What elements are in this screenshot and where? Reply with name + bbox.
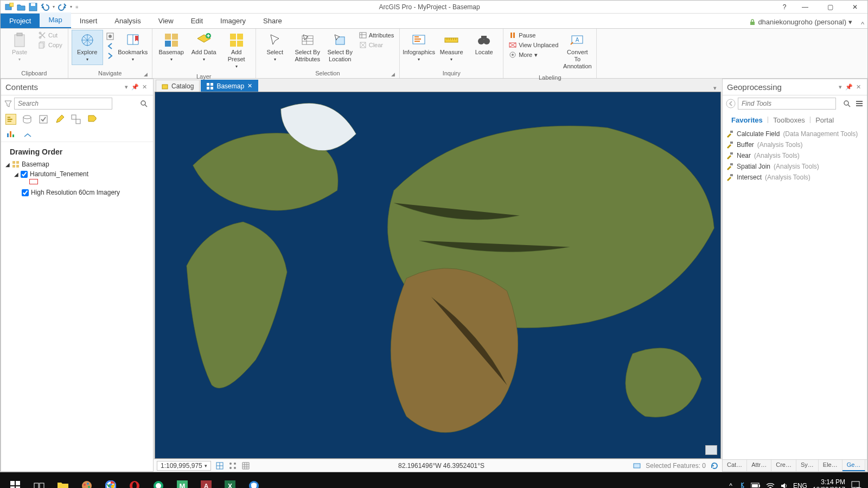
qat-customize-icon[interactable]: ≡ bbox=[75, 4, 78, 10]
tool-row[interactable]: Buffer (Analysis Tools) bbox=[725, 139, 865, 150]
attribution-icon[interactable] bbox=[705, 445, 717, 455]
view-menu-icon[interactable]: ▾ bbox=[713, 85, 720, 92]
tool-row[interactable]: Intersect (Analysis Tools) bbox=[725, 172, 865, 183]
close-button[interactable]: ✕ bbox=[843, 1, 867, 14]
panel-tab[interactable]: Cat… bbox=[723, 460, 747, 471]
back-icon[interactable] bbox=[726, 99, 736, 108]
bookmarks-button[interactable]: Bookmarks▾ bbox=[117, 30, 149, 65]
start-button[interactable] bbox=[3, 475, 27, 488]
locate-button[interactable]: Locate bbox=[468, 30, 500, 59]
list-by-selection-icon[interactable] bbox=[38, 114, 49, 125]
layer-row[interactable]: High Resolution 60cm Imagery bbox=[4, 188, 150, 197]
add-preset-button[interactable]: Add Preset▾ bbox=[221, 30, 252, 72]
grid-icon[interactable] bbox=[241, 461, 250, 470]
scale-selector[interactable]: 1:109,995,975 ▾ bbox=[157, 461, 211, 471]
map-canvas[interactable] bbox=[155, 92, 721, 459]
autohide-icon[interactable]: ▾ bbox=[123, 84, 130, 91]
clear-button[interactable]: Clear bbox=[357, 41, 396, 49]
infographics-button[interactable]: Infographics▾ bbox=[403, 30, 435, 65]
full-extent-button[interactable] bbox=[104, 32, 116, 41]
tray-expand-icon[interactable]: ^ bbox=[729, 482, 732, 488]
opera-button[interactable] bbox=[123, 475, 146, 488]
clock[interactable]: 3:14 PM 12/29/2017 bbox=[813, 478, 845, 488]
autohide-icon[interactable]: ▾ bbox=[837, 84, 844, 91]
panel-tab[interactable]: Attr… bbox=[747, 460, 771, 471]
select-by-attributes-button[interactable]: Select By Attributes bbox=[292, 30, 323, 66]
volume-icon[interactable] bbox=[780, 482, 788, 488]
more-labeling-button[interactable]: More ▾ bbox=[507, 50, 560, 59]
list-by-labeling-icon[interactable] bbox=[87, 114, 98, 125]
tree-root[interactable]: ◢ Basemap bbox=[4, 159, 150, 169]
snap-grid-icon[interactable] bbox=[215, 461, 224, 470]
prev-extent-button[interactable] bbox=[104, 42, 116, 50]
bluetooth-icon[interactable] bbox=[738, 482, 745, 488]
wifi-icon[interactable] bbox=[766, 483, 775, 488]
panel-tab[interactable]: Ras… bbox=[865, 460, 868, 471]
pin-icon[interactable]: 📌 bbox=[844, 84, 854, 91]
expand-icon[interactable]: ◢ bbox=[14, 171, 18, 177]
open-project-icon[interactable] bbox=[17, 3, 25, 11]
app-button[interactable] bbox=[146, 475, 170, 488]
search-icon[interactable] bbox=[843, 100, 851, 107]
close-panel-icon[interactable]: ✕ bbox=[854, 84, 863, 91]
tab-share[interactable]: Share bbox=[254, 14, 291, 28]
add-data-button[interactable]: Add Data▾ bbox=[188, 30, 220, 65]
maximize-button[interactable]: ▢ bbox=[818, 1, 843, 14]
view-unplaced-button[interactable]: View Unplaced bbox=[507, 41, 560, 49]
undo-dropdown-icon[interactable]: ▾ bbox=[53, 4, 55, 9]
filter-icon[interactable] bbox=[4, 100, 12, 107]
app2-button[interactable] bbox=[242, 475, 266, 488]
layer-row[interactable]: ◢ Harutomi_Tenement bbox=[4, 169, 150, 179]
battery-icon[interactable] bbox=[751, 483, 761, 488]
panel-tab[interactable]: Ele… bbox=[819, 460, 843, 471]
excel-button[interactable]: X bbox=[218, 475, 242, 488]
mapinfo-button[interactable]: M bbox=[170, 475, 194, 488]
cut-button[interactable]: Cut bbox=[36, 31, 65, 40]
file-explorer-button[interactable] bbox=[51, 475, 75, 488]
minimize-button[interactable]: — bbox=[793, 1, 818, 14]
redo-icon[interactable] bbox=[58, 3, 67, 11]
tab-edit[interactable]: Edit bbox=[182, 14, 212, 28]
tab-imagery[interactable]: Imagery bbox=[212, 14, 254, 28]
help-button[interactable]: ? bbox=[776, 1, 793, 14]
tab-view[interactable]: View bbox=[150, 14, 182, 28]
select-by-location-button[interactable]: Select By Location bbox=[324, 30, 356, 66]
action-center-button[interactable]: 2 bbox=[851, 480, 860, 489]
layer-symbol[interactable] bbox=[29, 179, 38, 184]
tab-map[interactable]: Map bbox=[40, 12, 71, 28]
dialog-launcher-icon[interactable]: ◢ bbox=[391, 72, 395, 77]
list-by-editing-icon[interactable] bbox=[54, 114, 65, 125]
attributes-button[interactable]: Attributes bbox=[357, 31, 396, 40]
task-view-button[interactable] bbox=[27, 475, 51, 488]
collapse-all-icon[interactable] bbox=[22, 132, 33, 139]
copy-button[interactable]: Copy bbox=[36, 41, 65, 49]
gp-tab-favorites[interactable]: Favorites bbox=[727, 115, 767, 125]
refresh-icon[interactable] bbox=[710, 461, 719, 470]
pin-icon[interactable]: 📌 bbox=[130, 84, 141, 91]
paste-button[interactable]: Paste▾ bbox=[4, 30, 35, 65]
close-tab-icon[interactable]: ✕ bbox=[247, 82, 252, 89]
expand-icon[interactable]: ◢ bbox=[5, 162, 10, 168]
layer-visibility-checkbox[interactable] bbox=[22, 189, 29, 196]
pause-labeling-button[interactable]: Pause bbox=[507, 31, 560, 40]
find-tools-input[interactable] bbox=[738, 98, 836, 110]
collapse-ribbon-icon[interactable]: ^ bbox=[858, 20, 867, 28]
new-project-icon[interactable] bbox=[5, 3, 14, 11]
chrome-button[interactable] bbox=[99, 475, 123, 488]
contents-search-input[interactable] bbox=[14, 98, 112, 110]
undo-icon[interactable] bbox=[41, 3, 49, 11]
tab-basemap[interactable]: Basemap ✕ bbox=[201, 80, 258, 92]
list-by-snapping-icon[interactable] bbox=[71, 114, 81, 125]
chart-icon[interactable] bbox=[5, 128, 16, 139]
select-button[interactable]: Select▾ bbox=[259, 30, 291, 65]
panel-tab[interactable]: Ge… bbox=[843, 460, 866, 471]
close-panel-icon[interactable]: ✕ bbox=[141, 84, 149, 91]
measure-button[interactable]: Measure▾ bbox=[436, 30, 467, 65]
tab-project[interactable]: Project bbox=[1, 14, 40, 28]
redo-dropdown-icon[interactable]: ▾ bbox=[70, 4, 72, 9]
list-by-source-icon[interactable] bbox=[22, 114, 33, 125]
explore-button[interactable]: Explore▾ bbox=[72, 30, 103, 65]
save-icon[interactable] bbox=[29, 3, 37, 11]
gp-tab-portal[interactable]: Portal bbox=[811, 115, 838, 125]
constraints-icon[interactable] bbox=[228, 461, 237, 470]
